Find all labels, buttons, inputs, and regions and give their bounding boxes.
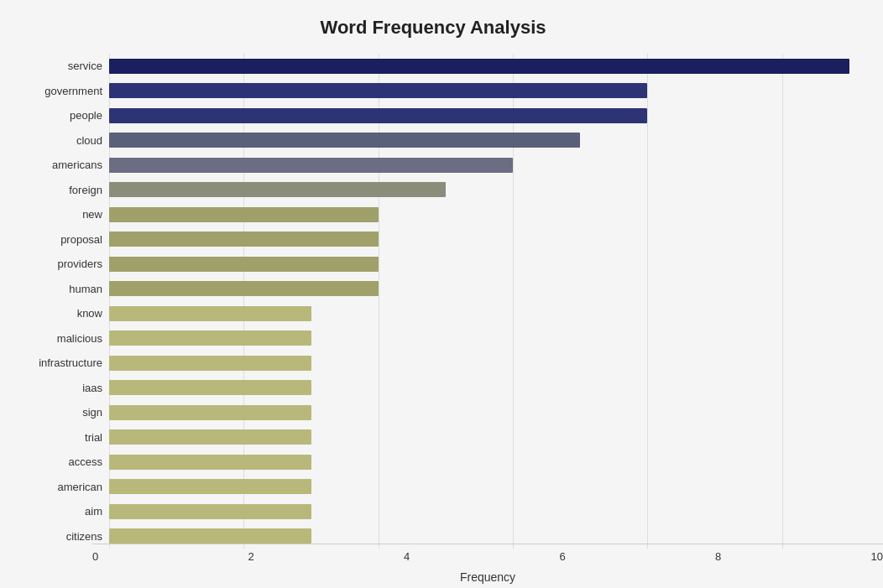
- bar: [109, 330, 311, 346]
- y-axis-label: people: [70, 107, 102, 125]
- bar: [109, 306, 311, 321]
- x-tick-label: 6: [560, 550, 566, 563]
- y-axis-label: providers: [58, 255, 102, 273]
- y-axis-label: american: [58, 477, 102, 496]
- x-axis: 0246810: [92, 550, 883, 563]
- y-axis-label: service: [68, 57, 102, 75]
- bar-row: [109, 378, 849, 397]
- y-axis-label: malicious: [57, 329, 102, 347]
- y-axis-label: infrastructure: [39, 354, 102, 372]
- bar: [109, 405, 311, 420]
- bar-row: [109, 428, 849, 446]
- x-tick-label: 2: [248, 550, 254, 563]
- bar: [109, 479, 311, 494]
- bar: [109, 455, 311, 470]
- bar: [109, 257, 379, 272]
- bar: [109, 83, 647, 98]
- y-axis-label: foreign: [69, 180, 102, 199]
- y-axis-label: trial: [85, 428, 102, 446]
- bar-row: [109, 180, 849, 199]
- y-axis-label: access: [69, 453, 102, 471]
- grid-line: [513, 54, 514, 549]
- y-axis-label: cloud: [76, 131, 102, 149]
- y-axis: servicegovernmentpeoplecloudamericansfor…: [17, 54, 109, 549]
- chart-title: Word Frequency Analysis: [17, 17, 849, 39]
- bar-row: [109, 156, 849, 174]
- bar: [109, 59, 849, 74]
- grid-line: [243, 54, 244, 549]
- bar-row: [109, 206, 849, 224]
- bar: [109, 356, 311, 371]
- bar-row: [109, 57, 849, 75]
- y-axis-label: human: [69, 279, 102, 298]
- bar-row: [109, 255, 849, 273]
- bar: [109, 207, 379, 222]
- bar-row: [109, 131, 849, 149]
- bar: [109, 528, 311, 544]
- y-axis-label: iaas: [82, 378, 102, 397]
- y-axis-label: sign: [82, 403, 102, 422]
- bar-row: [109, 304, 849, 323]
- bar: [109, 504, 311, 519]
- grid-line: [109, 54, 110, 549]
- bar: [109, 429, 311, 445]
- bar-row: [109, 107, 849, 125]
- x-tick-label: 4: [404, 550, 410, 563]
- x-tick-label: 0: [92, 550, 98, 563]
- bars-grid: [109, 54, 849, 549]
- bar: [109, 133, 580, 148]
- grid-line: [379, 54, 379, 549]
- bar-row: [109, 230, 849, 248]
- y-axis-label: proposal: [60, 230, 102, 248]
- x-tick-label: 10: [871, 550, 883, 563]
- bar: [109, 108, 647, 123]
- bar-row: [109, 453, 849, 471]
- bar: [109, 380, 311, 395]
- bar-row: [109, 502, 849, 521]
- x-tick-label: 8: [715, 550, 721, 563]
- y-axis-label: know: [77, 304, 102, 323]
- y-axis-label: government: [44, 81, 102, 100]
- bar-row: [109, 527, 849, 545]
- y-axis-label: new: [82, 206, 102, 224]
- bar: [109, 232, 379, 247]
- bar-row: [109, 329, 849, 347]
- x-axis-label: Frequency: [92, 570, 883, 584]
- bar-row: [109, 403, 849, 422]
- y-axis-label: aim: [85, 502, 102, 521]
- bar: [109, 158, 513, 173]
- bar: [109, 182, 446, 197]
- y-axis-label: citizens: [66, 527, 102, 545]
- bar-row: [109, 477, 849, 496]
- bar-row: [109, 81, 849, 100]
- bar: [109, 281, 379, 296]
- bar-row: [109, 279, 849, 298]
- grid-line: [782, 54, 783, 549]
- chart-container: Word Frequency Analysis servicegovernmen…: [0, 0, 883, 588]
- bar-row: [109, 354, 849, 372]
- grid-line: [647, 54, 648, 549]
- y-axis-label: americans: [52, 156, 102, 174]
- chart-area: servicegovernmentpeoplecloudamericansfor…: [17, 54, 849, 549]
